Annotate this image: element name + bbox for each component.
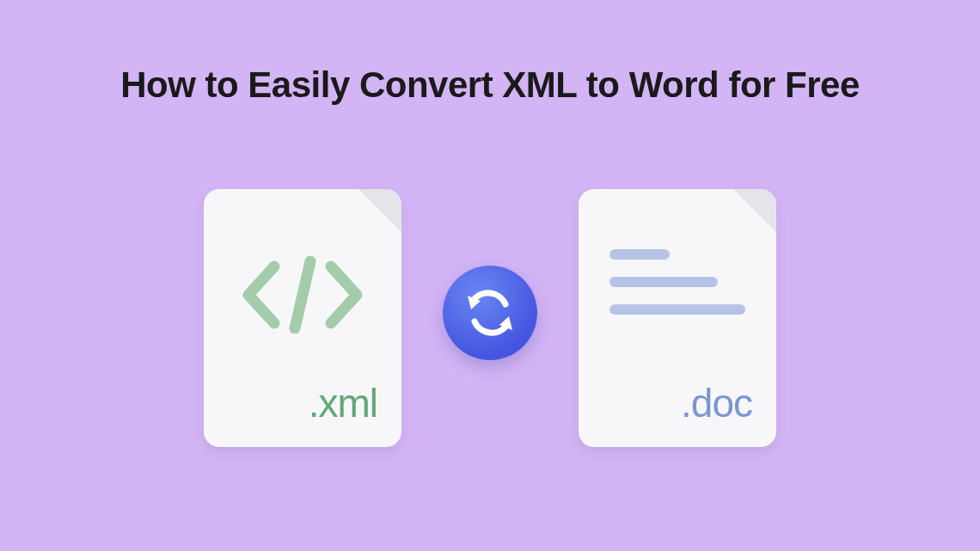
file-corner-fold [733, 189, 776, 232]
document-lines-icon [609, 249, 745, 315]
doc-text-line [609, 249, 670, 260]
svg-line-0 [295, 261, 310, 328]
code-brackets-icon [204, 256, 401, 334]
xml-file-card: .xml [204, 189, 401, 447]
file-corner-fold [358, 189, 401, 232]
file-extension-label: .doc [579, 380, 752, 426]
file-extension-label: .xml [204, 380, 377, 426]
doc-file-card: .doc [579, 189, 776, 447]
sync-arrows-icon [443, 266, 537, 360]
page-title: How to Easily Convert XML to Word for Fr… [0, 64, 980, 106]
doc-text-line [609, 304, 745, 315]
conversion-illustration: .xml .doc [0, 189, 980, 447]
doc-text-line [609, 277, 718, 287]
